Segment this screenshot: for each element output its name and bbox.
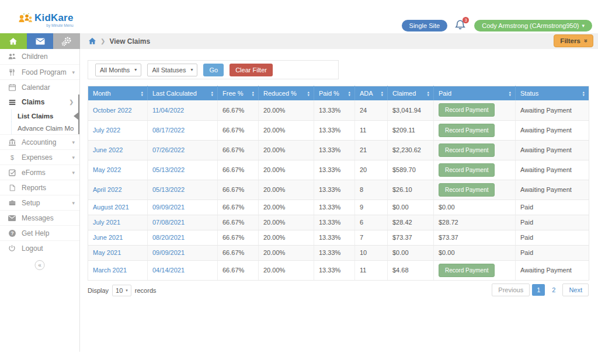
claim-month-link[interactable]: July 2022 [88, 120, 148, 140]
column-header-ada[interactable]: ADA▲▼ [355, 86, 388, 101]
sort-icon[interactable]: ▲▼ [348, 91, 351, 96]
user-menu-button[interactable]: Cody Armstrong (CArmstrong950) ▾ [474, 20, 592, 32]
record-payment-button[interactable]: Record Payment [439, 144, 495, 157]
record-payment-button[interactable]: Record Payment [439, 163, 495, 177]
claim-month-link[interactable]: May 2022 [88, 160, 148, 180]
single-site-button[interactable]: Single Site [402, 20, 448, 32]
column-header-paid-[interactable]: Paid %▲▼ [314, 86, 355, 101]
claim-month-link[interactable]: May 2021 [88, 245, 148, 260]
sort-icon[interactable]: ▲▼ [211, 91, 214, 96]
last-calculated-link[interactable]: 11/04/2022 [148, 100, 218, 120]
last-calculated-link[interactable]: 07/26/2022 [148, 140, 218, 160]
reduced-percent-value: 20.00% [259, 140, 314, 160]
logo-brand-text: KidKare [34, 13, 74, 23]
column-header-free-[interactable]: Free %▲▼ [218, 86, 259, 101]
claim-month-link[interactable]: April 2022 [88, 180, 148, 200]
sort-icon[interactable]: ▲▼ [381, 91, 384, 96]
record-payment-button[interactable]: Record Payment [439, 103, 495, 117]
status-filter-select[interactable]: All Statuses ▾ [147, 64, 197, 76]
sidebar-item-logout[interactable]: Logout [0, 240, 79, 256]
top-nav-buttons [0, 33, 80, 49]
breadcrumb-home-icon[interactable] [88, 37, 96, 45]
settings-nav-button[interactable] [53, 33, 80, 49]
sidebar-item-expenses[interactable]: $Expenses▾ [0, 149, 79, 164]
sort-icon[interactable]: ▲▼ [427, 91, 430, 96]
last-calculated-link[interactable]: 05/13/2022 [148, 160, 218, 180]
sort-icon[interactable]: ▲▼ [582, 91, 585, 96]
sidebar-collapse-button[interactable]: « [35, 260, 45, 270]
app-header: KidKare by Minute Menu Single Site 3 Cod… [0, 0, 598, 33]
display-label: Display [88, 287, 109, 294]
claim-month-link[interactable]: July 2021 [88, 215, 148, 230]
last-calculated-link[interactable]: 07/08/2021 [148, 215, 218, 230]
free-percent-value: 66.67% [218, 100, 259, 120]
record-payment-button[interactable]: Record Payment [439, 183, 495, 197]
reduced-percent-value: 20.00% [259, 160, 314, 180]
sidebar-item-reports[interactable]: Reports [0, 180, 79, 195]
records-per-page-select[interactable]: 10 ▾ [112, 285, 131, 296]
sort-icon[interactable]: ▲▼ [307, 91, 310, 96]
record-payment-button[interactable]: Record Payment [439, 124, 495, 137]
claim-month-link[interactable]: June 2022 [88, 140, 148, 160]
column-header-label: ADA [360, 90, 373, 97]
paid-percent-value: 13.33% [314, 215, 355, 230]
status-value: Paid [516, 245, 589, 260]
month-filter-value: All Months [100, 66, 130, 74]
last-calculated-link[interactable]: 08/17/2022 [148, 120, 218, 140]
column-header-label: Paid % [319, 90, 339, 97]
column-header-claimed[interactable]: Claimed▲▼ [388, 86, 434, 101]
sidebar-item-setup[interactable]: Setup▾ [0, 195, 79, 210]
pagination-previous-button[interactable]: Previous [492, 284, 530, 296]
sidebar-item-get-help[interactable]: ?Get Help [0, 225, 79, 240]
messages-nav-button[interactable] [27, 33, 54, 49]
sidebar-item-accounting[interactable]: Accounting▾ [0, 134, 79, 149]
sidebar-item-eforms[interactable]: eForms▾ [0, 164, 79, 180]
last-calculated-link[interactable]: 05/13/2022 [148, 180, 218, 200]
paid-amount-value: $28.72 [434, 215, 516, 230]
claim-month-link[interactable]: October 2022 [88, 100, 148, 120]
column-header-month[interactable]: Month▲▼ [88, 86, 148, 101]
paid-percent-value: 13.33% [314, 140, 355, 160]
sidebar-item-children[interactable]: Children [0, 49, 79, 64]
last-calculated-link[interactable]: 08/20/2021 [148, 230, 218, 245]
pagination-page-1[interactable]: 1 [532, 284, 545, 296]
envelope-icon [36, 38, 45, 45]
sidebar-item-claims[interactable]: Claims❯ [0, 94, 78, 110]
clear-filter-button[interactable]: Clear Filter [230, 64, 273, 76]
claim-month-link[interactable]: June 2021 [88, 230, 148, 245]
filters-button[interactable]: Filters « [554, 34, 593, 47]
sort-icon[interactable]: ▲▼ [252, 91, 255, 96]
pagination-next-button[interactable]: Next [562, 284, 589, 296]
paid-percent-value: 13.33% [314, 100, 355, 120]
claimed-amount-value: $2,230.62 [388, 140, 434, 160]
record-payment-button[interactable]: Record Payment [439, 264, 495, 277]
sidebar-item-food-program[interactable]: Food Program▾ [0, 64, 79, 79]
last-calculated-link[interactable]: 04/14/2021 [148, 260, 218, 280]
pagination-page-2[interactable]: 2 [547, 284, 560, 296]
sort-icon[interactable]: ▲▼ [141, 91, 144, 96]
status-value: Awaiting Payment [516, 140, 589, 160]
sidebar-item-label: Get Help [22, 229, 75, 237]
column-header-reduced-[interactable]: Reduced %▲▼ [259, 86, 314, 101]
chevron-right-icon: ❯ [69, 99, 74, 105]
month-filter-select[interactable]: All Months ▾ [95, 64, 141, 76]
kidkare-logo[interactable]: KidKare by Minute Menu [18, 13, 74, 29]
sidebar-item-list-claims[interactable]: List Claims [0, 110, 78, 122]
claim-month-link[interactable]: August 2021 [88, 200, 148, 215]
last-calculated-link[interactable]: 09/09/2021 [148, 245, 218, 260]
claim-month-link[interactable]: March 2021 [88, 260, 148, 280]
sort-icon[interactable]: ▲▼ [509, 91, 512, 96]
claim-row-august-2021: August 202109/09/202166.67%20.00%13.33%9… [88, 200, 589, 215]
notifications-button[interactable]: 3 [454, 19, 467, 32]
last-calculated-link[interactable]: 09/09/2021 [148, 200, 218, 215]
go-button[interactable]: Go [203, 64, 224, 76]
column-header-paid[interactable]: Paid▲▼ [434, 86, 516, 101]
free-percent-value: 66.67% [218, 230, 259, 245]
sidebar-item-calendar[interactable]: Calendar [0, 79, 79, 94]
sidebar-item-advance-claim-month[interactable]: Advance Claim Month [0, 122, 78, 134]
sidebar-item-messages[interactable]: Messages [0, 210, 79, 225]
home-nav-button[interactable] [0, 33, 27, 49]
paid-cell: Record Payment [434, 120, 516, 140]
column-header-last-calculated[interactable]: Last Calculated▲▼ [148, 86, 218, 101]
column-header-status[interactable]: Status▲▼ [516, 86, 589, 101]
